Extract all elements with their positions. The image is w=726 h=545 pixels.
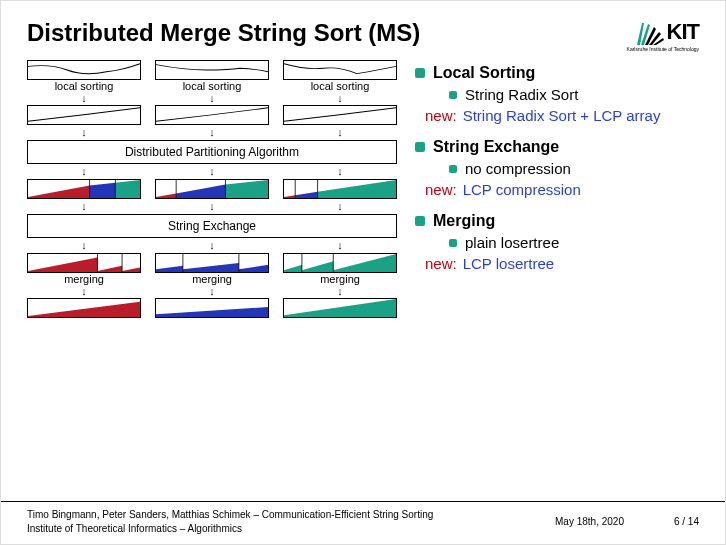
new-label: new: bbox=[425, 181, 457, 198]
svg-marker-29 bbox=[333, 254, 396, 272]
merged-box bbox=[155, 298, 269, 318]
sorted-box bbox=[27, 105, 141, 125]
section-sub: String Radix Sort bbox=[465, 86, 578, 103]
svg-marker-27 bbox=[284, 265, 302, 272]
sorted-box bbox=[283, 105, 397, 125]
local-sorting-label: local sorting bbox=[55, 80, 114, 92]
svg-marker-7 bbox=[225, 180, 268, 198]
merging-label: merging bbox=[64, 273, 104, 285]
partition-box: Distributed Partitioning Algorithm bbox=[27, 140, 397, 164]
sorted-box bbox=[155, 105, 269, 125]
merging-label: merging bbox=[192, 273, 232, 285]
arrow-down-icon: ↓ bbox=[27, 166, 141, 177]
svg-marker-22 bbox=[183, 263, 239, 272]
footer-sep: – bbox=[177, 523, 188, 534]
bullet-icon bbox=[449, 91, 457, 99]
footer-group: Algorithmics bbox=[187, 523, 241, 534]
svg-marker-26 bbox=[156, 307, 268, 317]
new-label: new: bbox=[425, 107, 457, 124]
footer-paper: Communication-Efficient String Sorting bbox=[262, 509, 434, 520]
svg-marker-28 bbox=[302, 261, 333, 272]
arrow-down-icon: ↓ bbox=[81, 286, 87, 297]
arrow-down-icon: ↓ bbox=[209, 286, 215, 297]
arrow-down-icon: ↓ bbox=[283, 201, 397, 212]
svg-marker-11 bbox=[295, 192, 317, 198]
svg-marker-21 bbox=[156, 266, 183, 272]
svg-marker-10 bbox=[284, 195, 295, 198]
arrow-down-icon: ↓ bbox=[155, 201, 269, 212]
merged-box bbox=[283, 298, 397, 318]
side-notes: Local Sorting String Radix Sort new: Str… bbox=[415, 60, 699, 318]
svg-marker-12 bbox=[318, 180, 396, 198]
footer-page: 6 / 14 bbox=[674, 508, 699, 527]
flow-diagram: local sorting ↓ local sorting ↓ bbox=[27, 60, 397, 318]
new-text: String Radix Sort + LCP array bbox=[463, 107, 661, 124]
arrow-down-icon: ↓ bbox=[337, 286, 343, 297]
section-heading: Local Sorting bbox=[433, 64, 535, 82]
new-label: new: bbox=[425, 255, 457, 272]
arrow-down-icon: ↓ bbox=[155, 127, 269, 138]
section-heading: String Exchange bbox=[433, 138, 559, 156]
logo-subtitle: Karlsruhe Institute of Technology bbox=[627, 46, 699, 52]
svg-marker-23 bbox=[239, 265, 268, 272]
footer-sep: – bbox=[251, 509, 262, 520]
footer: Timo Bingmann, Peter Sanders, Matthias S… bbox=[1, 501, 725, 544]
bullet-icon bbox=[415, 216, 425, 226]
svg-marker-16 bbox=[97, 266, 122, 272]
arrow-down-icon: ↓ bbox=[337, 93, 343, 104]
new-text: LCP losertree bbox=[463, 255, 554, 272]
bullet-icon bbox=[449, 239, 457, 247]
received-box bbox=[283, 253, 397, 273]
exchange-box: String Exchange bbox=[27, 214, 397, 238]
arrow-down-icon: ↓ bbox=[155, 166, 269, 177]
partitioned-box bbox=[27, 179, 141, 199]
local-sorting-label: local sorting bbox=[311, 80, 370, 92]
arrow-down-icon: ↓ bbox=[27, 127, 141, 138]
svg-marker-0 bbox=[28, 185, 90, 198]
svg-marker-32 bbox=[284, 299, 396, 317]
arrow-down-icon: ↓ bbox=[81, 93, 87, 104]
arrow-down-icon: ↓ bbox=[27, 201, 141, 212]
unsorted-box bbox=[27, 60, 141, 80]
svg-marker-2 bbox=[115, 180, 140, 198]
svg-marker-17 bbox=[122, 268, 140, 273]
arrow-down-icon: ↓ bbox=[283, 166, 397, 177]
bullet-icon bbox=[449, 165, 457, 173]
svg-marker-20 bbox=[28, 302, 140, 317]
merging-label: merging bbox=[320, 273, 360, 285]
bullet-icon bbox=[415, 68, 425, 78]
partitioned-box bbox=[155, 179, 269, 199]
merged-box bbox=[27, 298, 141, 318]
partitioned-box bbox=[283, 179, 397, 199]
arrow-down-icon: ↓ bbox=[209, 93, 215, 104]
arrow-down-icon: ↓ bbox=[155, 240, 269, 251]
svg-marker-1 bbox=[90, 183, 116, 198]
logo-text: KIT bbox=[667, 19, 699, 45]
arrow-down-icon: ↓ bbox=[27, 240, 141, 251]
kit-logo: KIT Karlsruhe Institute of Technology bbox=[627, 19, 699, 52]
section-heading: Merging bbox=[433, 212, 495, 230]
section-sub: no compression bbox=[465, 160, 571, 177]
arrow-down-icon: ↓ bbox=[283, 240, 397, 251]
footer-authors: Timo Bingmann, Peter Sanders, Matthias S… bbox=[27, 509, 251, 520]
bullet-icon bbox=[415, 142, 425, 152]
footer-date: May 18th, 2020 bbox=[555, 508, 624, 527]
received-box bbox=[155, 253, 269, 273]
new-text: LCP compression bbox=[463, 181, 581, 198]
svg-marker-15 bbox=[28, 258, 97, 272]
unsorted-box bbox=[155, 60, 269, 80]
section-sub: plain losertree bbox=[465, 234, 559, 251]
unsorted-box bbox=[283, 60, 397, 80]
footer-institute: Institute of Theoretical Informatics bbox=[27, 523, 177, 534]
svg-marker-6 bbox=[176, 185, 225, 199]
page-title: Distributed Merge String Sort (MS) bbox=[27, 19, 420, 47]
arrow-down-icon: ↓ bbox=[283, 127, 397, 138]
received-box bbox=[27, 253, 141, 273]
local-sorting-label: local sorting bbox=[183, 80, 242, 92]
svg-marker-5 bbox=[156, 194, 176, 199]
